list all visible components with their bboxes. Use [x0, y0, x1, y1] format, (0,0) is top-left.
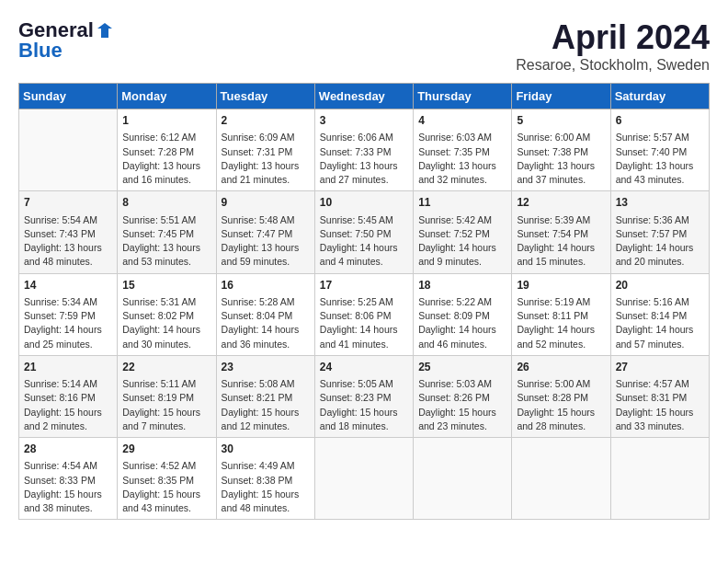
- calendar-cell: 6Sunrise: 5:57 AMSunset: 7:40 PMDaylight…: [610, 109, 709, 191]
- day-info: Sunrise: 5:11 AMSunset: 8:19 PMDaylight:…: [122, 377, 210, 433]
- day-number: 14: [24, 278, 112, 293]
- logo-bird-icon: [96, 21, 114, 40]
- day-number: 6: [616, 113, 704, 129]
- day-info: Sunrise: 4:49 AMSunset: 8:38 PMDaylight:…: [222, 459, 310, 515]
- day-number: 15: [122, 278, 210, 293]
- day-info: Sunrise: 5:22 AMSunset: 8:09 PMDaylight:…: [418, 295, 506, 351]
- day-info: Sunrise: 4:57 AMSunset: 8:31 PMDaylight:…: [616, 377, 704, 433]
- day-number: 8: [122, 195, 210, 211]
- calendar-cell: 18Sunrise: 5:22 AMSunset: 8:09 PMDayligh…: [414, 273, 512, 355]
- day-info: Sunrise: 6:12 AMSunset: 7:28 PMDaylight:…: [122, 131, 210, 187]
- day-number: 16: [222, 278, 310, 293]
- day-number: 30: [222, 442, 310, 457]
- calendar-cell: 3Sunrise: 6:06 AMSunset: 7:33 PMDaylight…: [314, 109, 413, 191]
- day-info: Sunrise: 5:28 AMSunset: 8:04 PMDaylight:…: [222, 295, 310, 351]
- day-info: Sunrise: 5:14 AMSunset: 8:16 PMDaylight:…: [24, 377, 112, 433]
- title-area: April 2024 Resaroe, Stockholm, Sweden: [516, 18, 710, 74]
- calendar-cell: [610, 438, 709, 520]
- calendar-cell: 27Sunrise: 4:57 AMSunset: 8:31 PMDayligh…: [610, 355, 709, 437]
- header-sunday: Sunday: [19, 84, 118, 109]
- day-number: 24: [320, 360, 408, 375]
- page-header: General Blue April 2024 Resaroe, Stockho…: [18, 18, 710, 74]
- calendar-cell: [512, 438, 610, 520]
- day-number: 28: [24, 442, 112, 457]
- calendar-cell: 21Sunrise: 5:14 AMSunset: 8:16 PMDayligh…: [19, 355, 118, 437]
- day-number: 2: [222, 113, 310, 129]
- calendar-cell: [414, 438, 512, 520]
- day-info: Sunrise: 6:00 AMSunset: 7:38 PMDaylight:…: [517, 131, 605, 187]
- week-row-5: 28Sunrise: 4:54 AMSunset: 8:33 PMDayligh…: [19, 438, 710, 520]
- day-info: Sunrise: 5:51 AMSunset: 7:45 PMDaylight:…: [122, 213, 210, 270]
- week-row-3: 14Sunrise: 5:34 AMSunset: 7:59 PMDayligh…: [19, 273, 710, 355]
- calendar-cell: 1Sunrise: 6:12 AMSunset: 7:28 PMDaylight…: [118, 109, 216, 191]
- day-info: Sunrise: 6:06 AMSunset: 7:33 PMDaylight:…: [320, 131, 408, 187]
- header-tuesday: Tuesday: [216, 84, 314, 109]
- day-number: 12: [517, 195, 605, 211]
- day-number: 9: [222, 195, 310, 211]
- calendar-cell: 13Sunrise: 5:36 AMSunset: 7:57 PMDayligh…: [610, 191, 709, 273]
- day-info: Sunrise: 5:36 AMSunset: 7:57 PMDaylight:…: [616, 213, 704, 270]
- day-info: Sunrise: 6:09 AMSunset: 7:31 PMDaylight:…: [222, 131, 310, 187]
- calendar-cell: 2Sunrise: 6:09 AMSunset: 7:31 PMDaylight…: [216, 109, 314, 191]
- calendar-cell: 16Sunrise: 5:28 AMSunset: 8:04 PMDayligh…: [216, 273, 314, 355]
- calendar-cell: 30Sunrise: 4:49 AMSunset: 8:38 PMDayligh…: [216, 438, 314, 520]
- day-info: Sunrise: 4:52 AMSunset: 8:35 PMDaylight:…: [122, 459, 210, 515]
- header-saturday: Saturday: [610, 84, 709, 109]
- day-number: 27: [616, 360, 704, 375]
- calendar-cell: 28Sunrise: 4:54 AMSunset: 8:33 PMDayligh…: [19, 438, 118, 520]
- day-number: 22: [122, 360, 210, 375]
- week-row-2: 7Sunrise: 5:54 AMSunset: 7:43 PMDaylight…: [19, 191, 710, 273]
- calendar-cell: 20Sunrise: 5:16 AMSunset: 8:14 PMDayligh…: [610, 273, 709, 355]
- calendar-cell: [314, 438, 413, 520]
- day-number: 19: [517, 278, 605, 293]
- day-number: 7: [24, 195, 112, 211]
- week-row-1: 1Sunrise: 6:12 AMSunset: 7:28 PMDaylight…: [19, 109, 710, 191]
- calendar-table: SundayMondayTuesdayWednesdayThursdayFrid…: [18, 83, 710, 520]
- day-info: Sunrise: 5:57 AMSunset: 7:40 PMDaylight:…: [616, 131, 704, 187]
- day-number: 17: [320, 278, 408, 293]
- day-number: 3: [320, 113, 408, 129]
- day-info: Sunrise: 5:00 AMSunset: 8:28 PMDaylight:…: [517, 377, 605, 433]
- calendar-cell: 11Sunrise: 5:42 AMSunset: 7:52 PMDayligh…: [414, 191, 512, 273]
- day-info: Sunrise: 5:42 AMSunset: 7:52 PMDaylight:…: [418, 213, 506, 270]
- calendar-cell: 25Sunrise: 5:03 AMSunset: 8:26 PMDayligh…: [414, 355, 512, 437]
- day-number: 1: [122, 113, 210, 129]
- calendar-cell: 24Sunrise: 5:05 AMSunset: 8:23 PMDayligh…: [314, 355, 413, 437]
- calendar-cell: 17Sunrise: 5:25 AMSunset: 8:06 PMDayligh…: [314, 273, 413, 355]
- day-number: 29: [122, 442, 210, 457]
- calendar-cell: 22Sunrise: 5:11 AMSunset: 8:19 PMDayligh…: [118, 355, 216, 437]
- day-number: 18: [418, 278, 506, 293]
- calendar-cell: 12Sunrise: 5:39 AMSunset: 7:54 PMDayligh…: [512, 191, 610, 273]
- calendar-cell: 10Sunrise: 5:45 AMSunset: 7:50 PMDayligh…: [314, 191, 413, 273]
- day-number: 21: [24, 360, 112, 375]
- day-number: 11: [418, 195, 506, 211]
- day-number: 13: [616, 195, 704, 211]
- day-info: Sunrise: 5:03 AMSunset: 8:26 PMDaylight:…: [418, 377, 506, 433]
- calendar-cell: 7Sunrise: 5:54 AMSunset: 7:43 PMDaylight…: [19, 191, 118, 273]
- calendar-cell: 23Sunrise: 5:08 AMSunset: 8:21 PMDayligh…: [216, 355, 314, 437]
- location-subtitle: Resaroe, Stockholm, Sweden: [516, 57, 710, 74]
- logo: General Blue: [18, 18, 114, 63]
- calendar-cell: [19, 109, 118, 191]
- header-wednesday: Wednesday: [314, 84, 413, 109]
- calendar-cell: 15Sunrise: 5:31 AMSunset: 8:02 PMDayligh…: [118, 273, 216, 355]
- day-info: Sunrise: 5:39 AMSunset: 7:54 PMDaylight:…: [517, 213, 605, 270]
- day-info: Sunrise: 5:16 AMSunset: 8:14 PMDaylight:…: [616, 295, 704, 351]
- day-info: Sunrise: 4:54 AMSunset: 8:33 PMDaylight:…: [24, 459, 112, 515]
- calendar-cell: 9Sunrise: 5:48 AMSunset: 7:47 PMDaylight…: [216, 191, 314, 273]
- svg-marker-0: [97, 23, 112, 38]
- day-info: Sunrise: 5:54 AMSunset: 7:43 PMDaylight:…: [24, 213, 112, 270]
- header-thursday: Thursday: [414, 84, 512, 109]
- day-info: Sunrise: 5:31 AMSunset: 8:02 PMDaylight:…: [122, 295, 210, 351]
- calendar-cell: 8Sunrise: 5:51 AMSunset: 7:45 PMDaylight…: [118, 191, 216, 273]
- day-info: Sunrise: 5:25 AMSunset: 8:06 PMDaylight:…: [320, 295, 408, 351]
- day-number: 23: [222, 360, 310, 375]
- calendar-cell: 29Sunrise: 4:52 AMSunset: 8:35 PMDayligh…: [118, 438, 216, 520]
- day-info: Sunrise: 5:19 AMSunset: 8:11 PMDaylight:…: [517, 295, 605, 351]
- header-friday: Friday: [512, 84, 610, 109]
- calendar-cell: 26Sunrise: 5:00 AMSunset: 8:28 PMDayligh…: [512, 355, 610, 437]
- calendar-header-row: SundayMondayTuesdayWednesdayThursdayFrid…: [19, 84, 710, 109]
- day-number: 20: [616, 278, 704, 293]
- calendar-cell: 14Sunrise: 5:34 AMSunset: 7:59 PMDayligh…: [19, 273, 118, 355]
- calendar-cell: 4Sunrise: 6:03 AMSunset: 7:35 PMDaylight…: [414, 109, 512, 191]
